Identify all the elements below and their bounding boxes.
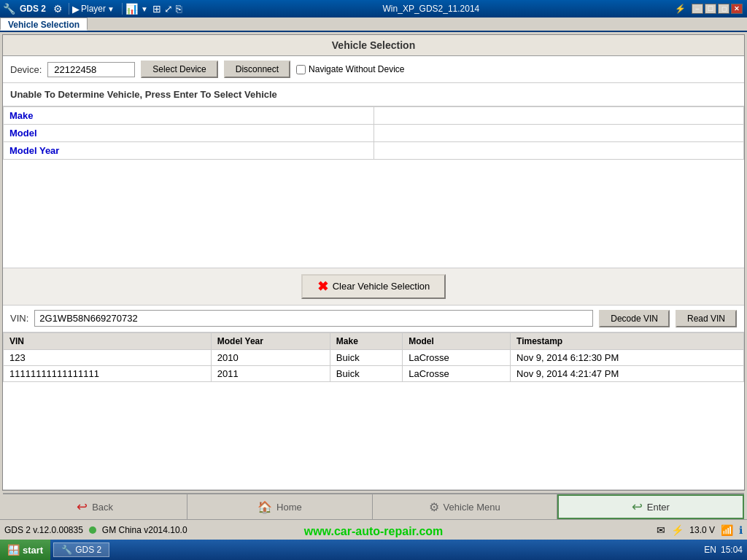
vin-history-cell-vin: 11111111111111111 [4, 365, 212, 381]
version-text: GDS 2 v.12.0.00835 [4, 525, 83, 535]
app-title: GDS 2 [20, 4, 46, 14]
lightning-icon: ⚡ [671, 524, 684, 536]
mail-icon: ✉ [657, 524, 665, 536]
vin-history-cell-model: LaCrosse [403, 365, 511, 381]
vin-history-cell-vin: 123 [4, 349, 212, 365]
flash-icon: ⚡ [675, 4, 686, 14]
home-label: Home [276, 502, 302, 513]
home-button[interactable]: 🏠 Home [187, 494, 372, 519]
vin-history-cell-model_year: 2010 [211, 349, 330, 365]
col-model: Model [403, 332, 511, 349]
navigate-without-device-label: Navigate Without Device [309, 64, 404, 74]
select-device-button[interactable]: Select Device [141, 61, 217, 78]
status-bar: GDS 2 v.12.0.00835 GM China v2014.10.0 ✉… [0, 519, 747, 540]
back-label: Back [92, 502, 113, 513]
bar-chart-icon[interactable]: 📊 [125, 3, 138, 15]
language-text: EN [704, 545, 716, 555]
clear-vehicle-row: ✖ Clear Vehicle Selection [3, 268, 744, 306]
disconnect-button[interactable]: Disconnect [224, 61, 290, 78]
voltage-text: 13.0 V [689, 525, 715, 535]
maximize-button[interactable]: ◻ [718, 4, 729, 14]
vin-history-cell-make: Buick [330, 349, 402, 365]
vehicle-selection-tab[interactable]: Vehicle Selection [0, 18, 88, 31]
status-left: GDS 2 v.12.0.00835 GM China v2014.10.0 [4, 525, 651, 535]
expand-icon[interactable]: ⤢ [164, 3, 173, 15]
vin-history-cell-timestamp: Nov 9, 2014 4:21:47 PM [511, 365, 744, 381]
taskbar-items: 🔧 GDS 2 [50, 542, 700, 557]
bottom-spacer [3, 382, 744, 491]
enter-label: Enter [647, 502, 670, 513]
vin-history-cell-make: Buick [330, 365, 402, 381]
player-icon: ▶ [72, 4, 80, 15]
taskbar-right: EN 15:04 [700, 545, 747, 555]
navigate-without-device-area: Navigate Without Device [296, 64, 404, 74]
taskbar-gds2[interactable]: 🔧 GDS 2 [53, 542, 109, 557]
section-title: Vehicle Selection [3, 35, 744, 56]
taskbar: 🪟 start 🔧 GDS 2 EN 15:04 [0, 540, 747, 560]
vin-history-table: VIN Model Year Make Model Timestamp 1232… [3, 332, 744, 382]
make-value [374, 107, 744, 125]
grid-icon[interactable]: ⊞ [152, 3, 161, 15]
decode-vin-button[interactable]: Decode VIN [599, 310, 670, 327]
separator1 [69, 3, 69, 15]
app-content: Vehicle Selection Device: 22122458 Selec… [2, 34, 745, 491]
device-row: Device: 22122458 Select Device Disconnec… [3, 56, 744, 83]
player-label[interactable]: Player [81, 4, 106, 14]
vin-history-header: VIN Model Year Make Model Timestamp [4, 332, 744, 349]
device-label: Device: [10, 64, 42, 75]
vehicle-menu-icon: ⚙ [429, 500, 439, 514]
window-title-bar: 🔧 GDS 2 ⚙ ▶ Player ▼ 📊 ▼ ⊞ ⤢ ⎘ Win_XP_GD… [0, 0, 747, 18]
vehicle-menu-button[interactable]: ⚙ Vehicle Menu [373, 494, 557, 519]
col-vin: VIN [4, 332, 212, 349]
model-value [374, 125, 744, 142]
windows-icon: 🪟 [7, 544, 20, 556]
enter-button[interactable]: ↩ Enter [557, 494, 744, 519]
taskbar-gds2-icon: 🔧 [61, 545, 72, 555]
dropdown2-icon[interactable]: ▼ [141, 5, 148, 13]
player-dropdown-icon[interactable]: ▼ [107, 5, 115, 13]
clear-vehicle-label: Clear Vehicle Selection [333, 281, 430, 292]
app-icon: 🔧 [3, 3, 15, 15]
col-make: Make [330, 332, 402, 349]
col-timestamp: Timestamp [511, 332, 744, 349]
read-vin-button[interactable]: Read VIN [676, 310, 737, 327]
status-right: ✉ ⚡ 13.0 V 📶 ℹ [657, 524, 743, 536]
vin-history-row[interactable]: 1232010BuickLaCrosseNov 9, 2014 6:12:30 … [4, 349, 744, 365]
tab-bar: Vehicle Selection [0, 18, 747, 32]
gm-china-text: GM China v2014.10.0 [102, 525, 187, 535]
minimize-button[interactable]: – [692, 4, 703, 14]
vin-history-cell-model_year: 2011 [211, 365, 330, 381]
vehicle-info-table: Make Model Model Year [3, 106, 744, 160]
vin-input[interactable] [34, 310, 593, 327]
vin-history-row[interactable]: 111111111111111112011BuickLaCrosseNov 9,… [4, 365, 744, 381]
vehicle-menu-label: Vehicle Menu [444, 502, 500, 513]
window-tab-title: Win_XP_GDS2_11.2014 [187, 1, 675, 16]
separator2 [122, 3, 123, 15]
start-label: start [23, 545, 43, 556]
vin-history-cell-model: LaCrosse [403, 349, 511, 365]
taskbar-gds2-label: GDS 2 [75, 545, 101, 555]
vin-row: VIN: Decode VIN Read VIN [3, 306, 744, 332]
info-icon: ℹ [739, 524, 743, 536]
status-dot [89, 526, 96, 534]
back-button[interactable]: ↩ Back [3, 494, 187, 519]
model-label: Model [4, 125, 374, 142]
make-row: Make [4, 107, 744, 125]
clear-vehicle-button[interactable]: ✖ Clear Vehicle Selection [301, 274, 446, 299]
vin-history-cell-timestamp: Nov 9, 2014 6:12:30 PM [511, 349, 744, 365]
restore-button[interactable]: ☐ [705, 4, 716, 14]
col-model-year: Model Year [211, 332, 330, 349]
window-controls: – ☐ ◻ ✕ [692, 4, 743, 14]
unable-message: Unable To Determine Vehicle, Press Enter… [3, 83, 744, 106]
navigate-without-device-checkbox[interactable] [296, 65, 306, 74]
start-button[interactable]: 🪟 start [0, 540, 50, 560]
settings-icon[interactable]: ⚙ [53, 3, 63, 15]
model-year-label: Model Year [4, 142, 374, 160]
bottom-nav: ↩ Back 🏠 Home ⚙ Vehicle Menu ↩ Enter [3, 493, 744, 519]
model-row: Model [4, 125, 744, 142]
model-year-row: Model Year [4, 142, 744, 160]
copy-icon[interactable]: ⎘ [176, 3, 182, 15]
close-button[interactable]: ✕ [731, 4, 743, 14]
spacer [3, 160, 744, 268]
signal-icon: 📶 [721, 524, 733, 536]
